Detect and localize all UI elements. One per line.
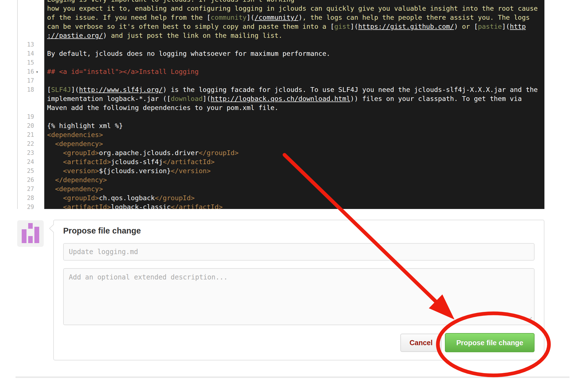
line-number: 18 bbox=[18, 85, 44, 94]
code-line-text: <version>${jclouds.version}</version> bbox=[44, 166, 544, 175]
code-line: 21<dependencies> bbox=[18, 130, 544, 139]
propose-file-change-button[interactable]: Propose file change bbox=[445, 333, 535, 352]
code-line-text: implementation logback-*.jar ([download]… bbox=[44, 94, 544, 103]
code-line: 27 <dependency> bbox=[18, 184, 544, 193]
line-number bbox=[18, 0, 44, 4]
form-heading: Propose file change bbox=[63, 226, 535, 235]
code-line-text bbox=[44, 112, 544, 121]
line-number: 15 bbox=[18, 58, 44, 67]
code-line: 28 <groupId>ch.qos.logback</groupId> bbox=[18, 193, 544, 202]
propose-change-form: Propose file change Cancel Propose file … bbox=[53, 220, 544, 360]
line-number: 24 bbox=[18, 157, 44, 166]
code-line: ://pastie.org/) and just post the link o… bbox=[18, 31, 544, 40]
line-number: 20 bbox=[18, 121, 44, 130]
code-line-text: Maven add the following dependencies to … bbox=[44, 103, 544, 112]
code-line-text: <artifactId>logback-classic</artifactId> bbox=[44, 202, 544, 209]
line-number: 28 bbox=[18, 193, 44, 202]
code-line: how you expect it to, enabling and confi… bbox=[18, 4, 544, 13]
code-line-text: <artifactId>jclouds-slf4j</artifactId> bbox=[44, 157, 544, 166]
code-line-text: how you expect it to, enabling and confi… bbox=[44, 4, 544, 13]
line-number: 26 bbox=[18, 175, 44, 184]
code-line: 17 bbox=[18, 76, 544, 85]
code-line: 24 <artifactId>jclouds-slf4j</artifactId… bbox=[18, 157, 544, 166]
resize-handle-icon[interactable] bbox=[526, 316, 532, 322]
code-line: 20{% highlight xml %} bbox=[18, 121, 544, 130]
line-number: 23 bbox=[18, 148, 44, 157]
commit-title-input[interactable] bbox=[63, 243, 535, 261]
line-number bbox=[18, 13, 44, 22]
line-number: 17 bbox=[18, 76, 44, 85]
code-line: 23 <groupId>org.apache.jclouds.driver</g… bbox=[18, 148, 544, 157]
code-line-text: </dependency> bbox=[44, 175, 544, 184]
code-line-text: <groupId>ch.qos.logback</groupId> bbox=[44, 193, 544, 202]
code-line: 18[SLF4J](http://www.slf4j.org/) is the … bbox=[18, 85, 544, 94]
code-editor[interactable]: Logging is very important to jclouds. If… bbox=[17, 0, 544, 209]
avatar-identicon bbox=[28, 236, 33, 243]
line-number bbox=[18, 31, 44, 40]
avatar-identicon bbox=[34, 227, 39, 243]
code-line-text bbox=[44, 76, 544, 85]
code-line-text: [SLF4J](http://www.slf4j.org/) is the lo… bbox=[44, 85, 544, 94]
code-line-text: ## <a id="install"></a>Install Logging bbox=[44, 67, 544, 76]
line-number: 14 bbox=[18, 49, 44, 58]
code-line-text: can be verbose so it's often best to sim… bbox=[44, 22, 544, 31]
code-line-text: <dependency> bbox=[44, 184, 544, 193]
avatar-identicon bbox=[28, 223, 33, 229]
code-line-text bbox=[44, 58, 544, 67]
code-line-text bbox=[44, 40, 544, 49]
code-line-text: <dependency> bbox=[44, 139, 544, 148]
avatar bbox=[17, 220, 44, 247]
code-line-text: ://pastie.org/) and just post the link o… bbox=[44, 31, 544, 40]
code-rows: Logging is very important to jclouds. If… bbox=[18, 0, 544, 209]
code-line: Logging is very important to jclouds. If… bbox=[18, 0, 544, 4]
code-line-text: Logging is very important to jclouds. If… bbox=[44, 0, 544, 4]
line-number: 19 bbox=[18, 112, 44, 121]
cancel-button[interactable]: Cancel bbox=[400, 334, 442, 352]
line-number: 16 bbox=[18, 67, 44, 76]
code-line-text: of the issue. If you need help from the … bbox=[44, 13, 544, 22]
line-number bbox=[18, 103, 44, 112]
code-line: 13 bbox=[18, 40, 544, 49]
code-line: Maven add the following dependencies to … bbox=[18, 103, 544, 112]
line-number: 21 bbox=[18, 130, 44, 139]
code-line-text: <dependencies> bbox=[44, 130, 544, 139]
line-number bbox=[18, 4, 44, 13]
line-number: 27 bbox=[18, 184, 44, 193]
code-line-text: By default, jclouds does no logging what… bbox=[44, 49, 544, 58]
line-number bbox=[18, 94, 44, 103]
code-line: 22 <dependency> bbox=[18, 139, 544, 148]
line-number: 13 bbox=[18, 40, 44, 49]
code-line: 29 <artifactId>logback-classic</artifact… bbox=[18, 202, 544, 209]
line-number: 25 bbox=[18, 166, 44, 175]
avatar-identicon bbox=[22, 229, 27, 243]
code-line-text: {% highlight xml %} bbox=[44, 121, 544, 130]
code-line-text: <groupId>org.apache.jclouds.driver</grou… bbox=[44, 148, 544, 157]
code-line: 26 </dependency> bbox=[18, 175, 544, 184]
line-number bbox=[18, 22, 44, 31]
bubble-caret bbox=[50, 224, 54, 233]
code-line: 15 bbox=[18, 58, 544, 67]
line-number: 29 bbox=[18, 202, 44, 209]
fold-toggle-icon[interactable]: ▾ bbox=[36, 67, 38, 76]
code-line: 14By default, jclouds does no logging wh… bbox=[18, 49, 544, 58]
divider bbox=[16, 376, 570, 378]
code-line: 16▾## <a id="install"></a>Install Loggin… bbox=[18, 67, 544, 76]
code-line: 19 bbox=[18, 112, 544, 121]
code-line: can be verbose so it's often best to sim… bbox=[18, 22, 544, 31]
code-line: implementation logback-*.jar ([download]… bbox=[18, 94, 544, 103]
code-line: of the issue. If you need help from the … bbox=[18, 13, 544, 22]
line-number: 22 bbox=[18, 139, 44, 148]
code-line: 25 <version>${jclouds.version}</version> bbox=[18, 166, 544, 175]
commit-description-textarea[interactable] bbox=[63, 268, 535, 325]
